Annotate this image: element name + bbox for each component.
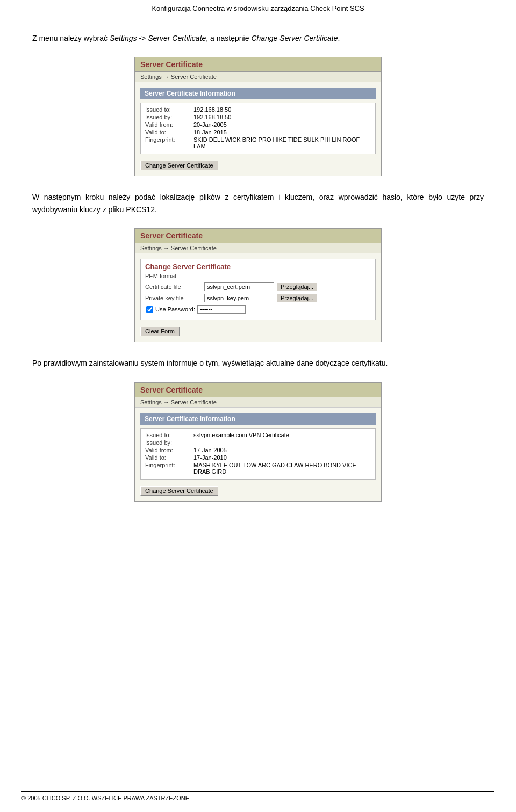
sc1-value-0: 192.168.18.50	[194, 106, 231, 113]
sc2-cert-label: Certificate file	[145, 284, 204, 290]
sc1-row-3: Valid to: 18-Jan-2015	[145, 129, 371, 135]
sc1-value-3: 18-Jan-2015	[194, 129, 227, 135]
paragraph-1: Z menu należy wybrać Settings -> Server …	[32, 32, 484, 44]
page-footer: © 2005 CLICO SP. Z O.O. WSZELKIE PRAWA Z…	[22, 791, 494, 801]
sc1-info-table: Issued to: 192.168.18.50 Issued by: 192.…	[140, 103, 376, 154]
sc1-row-4: Fingerprint: SKID DELL WICK BRIG PRO HIK…	[145, 136, 371, 149]
sc2-cert-input[interactable]	[204, 282, 274, 291]
sc1-label-1: Issued by:	[145, 114, 194, 120]
sc2-key-input[interactable]	[204, 294, 274, 302]
sc3-value-2: 17-Jan-2005	[194, 447, 227, 453]
sc3-row-2: Valid from: 17-Jan-2005	[145, 447, 371, 453]
sc3-row-4: Fingerprint: MASH KYLE OUT TOW ARC GAD C…	[145, 462, 371, 475]
screenshot-2: Server Certificate Settings → Server Cer…	[134, 228, 382, 342]
sc2-clear-button[interactable]: Clear Form	[140, 327, 180, 336]
paragraph-2: W następnym kroku należy podać lokalizac…	[32, 191, 484, 215]
sc1-value-4: SKID DELL WICK BRIG PRO HIKE TIDE SULK P…	[194, 136, 371, 149]
sc1-label-4: Fingerprint:	[145, 136, 194, 149]
sc1-title-bar: Server Certificate	[135, 57, 381, 72]
sc3-title-bar: Server Certificate	[135, 383, 381, 397]
sc3-label-2: Valid from:	[145, 447, 194, 453]
sc1-title: Server Certificate	[140, 60, 203, 69]
sc2-use-password-label: Use Password:	[155, 306, 195, 313]
sc2-title: Server Certificate	[140, 231, 203, 240]
sc1-section-header: Server Certificate Information	[140, 88, 376, 99]
sc1-row-0: Issued to: 192.168.18.50	[145, 106, 371, 113]
sc3-label-0: Issued to:	[145, 432, 194, 438]
sc1-label-2: Valid from:	[145, 121, 194, 128]
screenshot-1: Server Certificate Settings → Server Cer…	[134, 57, 382, 176]
sc2-breadcrumb: Settings → Server Certificate	[135, 243, 381, 253]
sc2-cert-browse-button[interactable]: Przeglądaj...	[277, 282, 317, 291]
footer-text: © 2005 CLICO SP. Z O.O. WSZELKIE PRAWA Z…	[22, 795, 189, 801]
sc2-use-password-checkbox[interactable]	[146, 306, 153, 313]
sc1-label-3: Valid to:	[145, 129, 194, 135]
sc2-key-label: Private key file	[145, 295, 204, 301]
sc2-body: Change Server Certificate PEM format Cer…	[135, 253, 381, 342]
sc3-breadcrumb: Settings → Server Certificate	[135, 397, 381, 408]
sc3-row-1: Issued by:	[145, 439, 371, 446]
sc2-form-subtitle: PEM format	[145, 273, 371, 279]
header-title: Konfiguracja Connectra w środowisku zarz…	[152, 4, 364, 12]
sc3-value-3: 17-Jan-2010	[194, 454, 227, 461]
sc2-password-input[interactable]	[197, 305, 246, 314]
sc1-change-button[interactable]: Change Server Certificate	[140, 161, 218, 170]
sc3-label-1: Issued by:	[145, 439, 194, 446]
sc3-value-4: MASH KYLE OUT TOW ARC GAD CLAW HERO BOND…	[194, 462, 371, 475]
page-content: Z menu należy wybrać Settings -> Server …	[0, 16, 516, 549]
sc2-form-section: Change Server Certificate PEM format Cer…	[140, 259, 376, 320]
sc2-password-row: Use Password:	[146, 305, 371, 314]
sc1-label-0: Issued to:	[145, 106, 194, 113]
screenshot-3: Server Certificate Settings → Server Cer…	[134, 382, 382, 502]
sc3-row-3: Valid to: 17-Jan-2010	[145, 454, 371, 461]
sc3-body: Server Certificate Information Issued to…	[135, 408, 381, 501]
sc2-cert-row: Certificate file Przeglądaj...	[145, 282, 371, 291]
sc3-label-3: Valid to:	[145, 454, 194, 461]
sc1-row-2: Valid from: 20-Jan-2005	[145, 121, 371, 128]
sc3-label-4: Fingerprint:	[145, 462, 194, 475]
sc1-body: Server Certificate Information Issued to…	[135, 82, 381, 176]
page-header: Konfiguracja Connectra w środowisku zarz…	[0, 0, 516, 16]
sc3-title: Server Certificate	[140, 386, 203, 394]
sc2-title-bar: Server Certificate	[135, 229, 381, 243]
sc1-value-2: 20-Jan-2005	[194, 121, 227, 128]
sc2-key-browse-button[interactable]: Przeglądaj...	[277, 294, 317, 302]
sc2-key-row: Private key file Przeglądaj...	[145, 294, 371, 302]
sc3-section-header: Server Certificate Information	[140, 413, 376, 425]
sc2-form-title: Change Server Certificate	[145, 263, 371, 271]
sc1-value-1: 192.168.18.50	[194, 114, 231, 120]
sc3-info-table: Issued to: sslvpn.example.com VPN Certif…	[140, 428, 376, 480]
sc1-breadcrumb: Settings → Server Certificate	[135, 72, 381, 82]
sc3-change-button[interactable]: Change Server Certificate	[140, 486, 218, 496]
paragraph-3: Po prawidłowym zainstalowaniu system inf…	[32, 357, 484, 369]
sc3-row-0: Issued to: sslvpn.example.com VPN Certif…	[145, 432, 371, 438]
sc1-row-1: Issued by: 192.168.18.50	[145, 114, 371, 120]
sc3-value-0: sslvpn.example.com VPN Certificate	[194, 432, 289, 438]
